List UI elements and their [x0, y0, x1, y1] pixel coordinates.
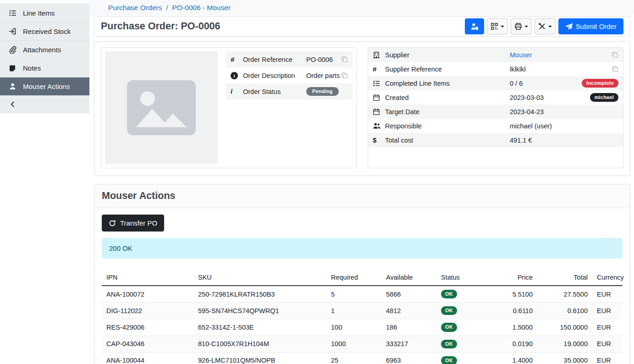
app-root: Line Items Received Stock Attachments No… — [0, 0, 634, 364]
main-area: Purchase Orders / PO-0006 - Mouser Purch… — [89, 0, 634, 364]
mouser-actions-body: Transfer PO 200 OK IPN SKU Require — [94, 208, 630, 364]
hash-icon: # — [231, 55, 243, 63]
cell-available: 186 — [381, 319, 436, 336]
sidebar-item-received-stock[interactable]: Received Stock — [0, 22, 89, 41]
sidebar-collapse-button[interactable] — [0, 96, 89, 113]
list-check-icon — [373, 80, 385, 87]
col-currency: Currency — [592, 270, 623, 286]
supplier-link[interactable]: Mouser — [510, 51, 532, 59]
barcode-actions-button[interactable] — [487, 18, 508, 34]
cell-sku: 595-SN74HCS74QPWRQ1 — [193, 303, 326, 319]
cell-currency: EUR — [592, 303, 623, 319]
detail-label: Completed Line Items — [385, 80, 510, 87]
order-image-placeholder[interactable] — [105, 51, 218, 164]
breadcrumb-link-purchase-orders[interactable]: Purchase Orders — [108, 4, 162, 12]
detail-value: PO-0006 — [306, 56, 341, 63]
table-header-row: IPN SKU Required Available Status Price … — [102, 270, 623, 286]
image-placeholder-icon — [125, 78, 198, 138]
cell-ipn: ANA-100072 — [102, 286, 193, 303]
calendar-icon — [373, 108, 385, 116]
detail-row-order-description: i Order Description Order parts — [226, 67, 353, 83]
info-icon: i — [231, 88, 243, 95]
sidebar-item-line-items[interactable]: Line Items — [0, 4, 89, 22]
mouser-actions-panel: Mouser Actions Transfer PO 200 OK — [94, 184, 630, 364]
detail-label: Supplier Reference — [385, 66, 510, 73]
sidebar-item-attachments[interactable]: Attachments — [0, 41, 89, 59]
status-ok-badge: OK — [441, 306, 457, 315]
print-actions-button[interactable] — [511, 18, 532, 34]
detail-label: Supplier — [385, 51, 510, 59]
status-ok-badge: OK — [441, 356, 457, 364]
detail-label: Order Description — [243, 72, 306, 79]
detail-row-order-status: i Order Status Pending — [226, 83, 353, 99]
printer-icon — [514, 22, 522, 30]
detail-label: Total cost — [385, 137, 510, 144]
cell-sku: 652-3314Z-1-503E — [193, 319, 326, 336]
qr-code-icon — [491, 22, 498, 30]
calendar-icon — [373, 94, 385, 101]
tools-icon — [538, 22, 546, 30]
status-ok-badge: OK — [441, 323, 457, 331]
cell-total: 19.0000 — [537, 336, 592, 352]
table-row: DIG-112022 595-SN74HCS74QPWRQ1 1 4812 OK… — [102, 303, 623, 319]
detail-row-target-date: Target Date 2023-04-23 — [368, 105, 623, 119]
order-actions-button[interactable] — [535, 18, 556, 34]
list-icon — [8, 9, 17, 17]
order-details-panel: # Order Reference PO-0006 i Order Descri… — [94, 41, 630, 176]
sidebar-item-notes[interactable]: Notes — [0, 59, 89, 77]
chevron-left-icon — [8, 101, 17, 108]
info-filled-icon: i — [231, 72, 243, 79]
cell-required: 25 — [326, 352, 381, 364]
order-details-table: # Order Reference PO-0006 i Order Descri… — [226, 51, 353, 99]
cell-total: 0.6100 — [537, 303, 592, 319]
copy-icon[interactable] — [612, 66, 618, 72]
submit-order-button[interactable]: Submit Order — [558, 18, 623, 34]
user-roles-button[interactable] — [465, 18, 484, 34]
sidebar-item-label: Received Stock — [23, 28, 71, 35]
copy-icon[interactable] — [341, 72, 348, 79]
cell-status: OK — [436, 286, 487, 303]
send-icon — [565, 23, 573, 30]
sidebar-item-label: Mouser Actions — [23, 83, 70, 90]
cell-total: 27.5500 — [537, 286, 592, 303]
cell-currency: EUR — [592, 319, 623, 336]
transfer-po-button[interactable]: Transfer PO — [102, 215, 164, 232]
cell-total: 150.0000 — [537, 319, 592, 336]
cell-price: 0.0190 — [487, 336, 537, 352]
order-header-panel: Purchase Order: PO-0006 — [94, 16, 630, 37]
detail-value: michael (user) — [510, 122, 618, 130]
breadcrumb: Purchase Orders / PO-0006 - Mouser — [89, 0, 634, 15]
detail-value: Mouser — [510, 51, 612, 59]
user-shield-icon — [470, 22, 479, 31]
detail-label: Order Status — [243, 88, 306, 95]
cell-currency: EUR — [592, 336, 623, 352]
cell-available: 4812 — [381, 303, 436, 319]
cell-total: 35.0000 — [537, 352, 592, 364]
cell-currency: EUR — [592, 352, 623, 364]
cell-required: 100 — [326, 319, 381, 336]
caret-down-icon — [524, 26, 528, 28]
cell-available: 333217 — [381, 336, 436, 352]
cell-status: OK — [436, 352, 487, 364]
copy-icon[interactable] — [612, 51, 618, 58]
col-ipn: IPN — [102, 270, 193, 286]
detail-value: 0 / 6 — [510, 80, 582, 87]
detail-row-completed-line-items: Completed Line Items 0 / 6 Incomplete — [368, 76, 623, 90]
cell-available: 6963 — [381, 352, 436, 364]
sidebar-item-mouser-actions[interactable]: Mouser Actions — [0, 77, 89, 96]
paperclip-icon — [8, 46, 17, 54]
copy-icon[interactable] — [341, 56, 348, 63]
cell-ipn: ANA-100044 — [102, 352, 193, 364]
table-row: CAP-043046 810-C1005X7R1H104M 1000 33321… — [102, 336, 623, 352]
detail-label: Order Reference — [243, 56, 306, 63]
supplier-details-card: Supplier Mouser # Supplier Reference lkl… — [368, 47, 623, 168]
hash-icon: # — [373, 65, 385, 73]
table-row: RES-429006 652-3314Z-1-503E 100 186 OK 1… — [102, 319, 623, 336]
detail-row-supplier: Supplier Mouser — [368, 48, 623, 62]
incomplete-badge: Incomplete — [582, 79, 618, 88]
breadcrumb-link-current[interactable]: PO-0006 - Mouser — [172, 4, 231, 12]
detail-row-created: Created 2023-03-03 michael — [368, 90, 623, 105]
cell-price: 1.4000 — [487, 352, 537, 364]
cell-required: 5 — [326, 286, 381, 303]
detail-row-responsible: Responsible michael (user) — [368, 119, 623, 133]
